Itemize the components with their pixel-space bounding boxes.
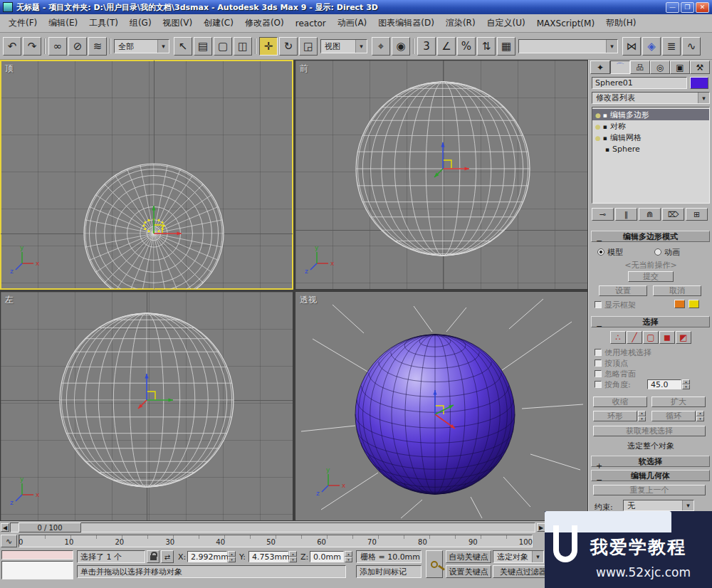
tab-display[interactable]: ▣ — [670, 61, 690, 74]
viewport-label-left[interactable]: 左 — [5, 294, 14, 306]
sub-object-edge-button[interactable]: ╱ — [627, 331, 642, 344]
stack-item-edit-mesh[interactable]: 编辑网格 — [592, 132, 709, 143]
named-selection-combo[interactable] — [518, 39, 618, 53]
use-pivot-center-button[interactable]: ⌖ — [372, 37, 390, 56]
radio-model[interactable] — [597, 248, 604, 256]
macro-recorder-field[interactable] — [1, 550, 73, 560]
show-cage-checkbox[interactable] — [595, 301, 602, 308]
y-coordinate-field[interactable]: 4.753mm — [248, 551, 288, 562]
show-end-result-button[interactable]: ‖ — [615, 208, 637, 221]
visibility-bulb-icon[interactable] — [595, 133, 603, 142]
snaps-toggle-button[interactable]: 3 — [417, 37, 436, 56]
sub-object-element-button[interactable]: ◩ — [676, 331, 691, 344]
select-object-button[interactable]: ↖ — [174, 37, 192, 56]
rollout-soft-selection[interactable]: 软选择 — [591, 456, 710, 467]
menu-customize[interactable]: 自定义(U) — [481, 15, 531, 31]
viewport-perspective[interactable]: xyz 透视 — [295, 291, 588, 521]
get-stack-selection-button[interactable]: 获取堆栈选择 — [593, 426, 706, 436]
z-spinner[interactable] — [345, 551, 352, 562]
radio-animate[interactable] — [654, 248, 661, 256]
select-and-manipulate-button[interactable]: ◉ — [392, 37, 410, 56]
cage-color-swatch[interactable] — [674, 300, 685, 308]
selection-region-button[interactable]: ▢ — [214, 37, 232, 56]
window-crossing-button[interactable]: ◫ — [234, 37, 252, 56]
pin-stack-button[interactable]: ⊸ — [592, 208, 614, 221]
ring-spinner[interactable] — [638, 411, 646, 421]
minimize-button[interactable]: — — [666, 2, 679, 13]
stack-item-symmetry[interactable]: 对称 — [592, 120, 709, 132]
object-name-field[interactable]: Sphere01 — [592, 77, 687, 89]
viewport-front[interactable]: xyz 前 — [295, 60, 588, 290]
menu-modifiers[interactable]: 修改器(O) — [239, 15, 290, 31]
tab-create[interactable]: ✦ — [590, 61, 610, 74]
add-time-tag-field[interactable]: 添加时间标记 — [356, 565, 422, 578]
grow-button[interactable]: 扩大 — [651, 397, 706, 407]
tab-motion[interactable]: ◎ — [650, 61, 670, 74]
auto-key-button[interactable]: 自动关键点 — [446, 550, 491, 563]
selection-lock-button[interactable] — [147, 550, 159, 563]
by-angle-spinner[interactable] — [682, 379, 690, 389]
align-button[interactable]: ◈ — [642, 37, 661, 56]
loop-spinner[interactable] — [696, 411, 704, 421]
select-and-scale-button[interactable]: ◲ — [299, 37, 318, 56]
remove-modifier-button[interactable]: ⌦ — [662, 208, 684, 221]
x-coordinate-field[interactable]: 2.992mm — [187, 551, 227, 562]
constraints-combo[interactable]: 无 — [623, 500, 694, 511]
loop-button[interactable]: 循环 — [651, 411, 696, 421]
percent-snap-button[interactable]: % — [457, 37, 476, 56]
select-and-move-button[interactable]: ✛ — [259, 37, 278, 56]
tab-modify[interactable]: ⌒ — [610, 61, 630, 74]
close-button[interactable]: ✕ — [696, 2, 709, 13]
menu-views[interactable]: 视图(V) — [157, 15, 199, 31]
menu-group[interactable]: 组(G) — [124, 15, 157, 31]
selection-filter-combo[interactable]: 全部 — [114, 39, 169, 53]
absolute-offset-toggle[interactable]: ⇄ — [161, 550, 174, 563]
mini-curve-editor-button[interactable]: ∿ — [1, 535, 17, 547]
rollout-edit-geometry[interactable]: 编辑几何体 — [591, 470, 710, 481]
menu-maxscript[interactable]: MAXScript(M) — [531, 16, 600, 31]
spinner-snap-button[interactable]: ⇅ — [477, 37, 496, 56]
select-and-rotate-button[interactable]: ↻ — [279, 37, 298, 56]
cancel-button[interactable]: 取消 — [653, 285, 701, 296]
x-spinner[interactable] — [228, 551, 236, 562]
visibility-bulb-icon[interactable] — [595, 122, 603, 131]
visibility-bulb-icon[interactable] — [595, 110, 603, 120]
maximize-button[interactable]: ❐ — [681, 2, 694, 13]
set-keys-button[interactable] — [426, 550, 443, 578]
by-vertex-checkbox[interactable] — [595, 359, 602, 367]
viewport-label-front[interactable]: 前 — [300, 63, 308, 75]
timeline-track[interactable] — [10, 523, 535, 532]
layer-manager-button[interactable]: ≣ — [662, 37, 681, 56]
menu-create[interactable]: 创建(C) — [198, 15, 239, 31]
ignore-backfacing-checkbox[interactable] — [595, 370, 602, 377]
time-slider-handle[interactable]: 0 / 100 — [19, 523, 81, 532]
edit-named-sets-button[interactable]: ▦ — [497, 37, 515, 56]
viewport-label-top[interactable]: 顶 — [5, 63, 14, 75]
timeline-prev-button[interactable]: ◀ — [1, 523, 9, 532]
tab-utilities[interactable]: ⚒ — [690, 61, 710, 74]
rollout-edit-poly-mode[interactable]: 编辑多边形模式 — [591, 231, 710, 242]
redo-button[interactable]: ↷ — [23, 37, 41, 56]
stack-item-edit-poly[interactable]: 编辑多边形 — [592, 109, 709, 120]
sub-object-vertex-button[interactable]: ∴ — [610, 331, 626, 344]
unlink-selection-button[interactable]: ⊘ — [68, 37, 87, 56]
mirror-button[interactable]: ⋈ — [622, 37, 641, 56]
shrink-button[interactable]: 收缩 — [593, 397, 647, 407]
tab-hierarchy[interactable]: 品 — [630, 61, 650, 74]
ring-button[interactable]: 环形 — [593, 411, 637, 421]
viewport-label-perspective[interactable]: 透视 — [300, 294, 317, 306]
viewport-left[interactable]: xyz 左 — [0, 291, 293, 521]
menu-rendering[interactable]: 渲染(R) — [440, 15, 481, 31]
object-color-swatch[interactable] — [690, 77, 708, 89]
menu-help[interactable]: 帮助(H) — [600, 15, 642, 31]
commit-button[interactable]: 提交 — [628, 271, 674, 282]
repeat-last-button[interactable]: 重复上一个 — [593, 485, 706, 495]
by-angle-field[interactable]: 45.0 — [647, 379, 681, 389]
by-angle-checkbox[interactable] — [595, 381, 602, 388]
menu-reactor[interactable]: reactor — [290, 16, 332, 31]
y-spinner[interactable] — [289, 551, 297, 562]
viewport-top[interactable]: xyz 顶 — [0, 60, 293, 290]
stack-item-sphere[interactable]: Sphere — [592, 143, 709, 154]
modifier-list-combo[interactable]: 修改器列表 — [592, 92, 710, 104]
z-coordinate-field[interactable]: 0.0mm — [310, 551, 344, 562]
